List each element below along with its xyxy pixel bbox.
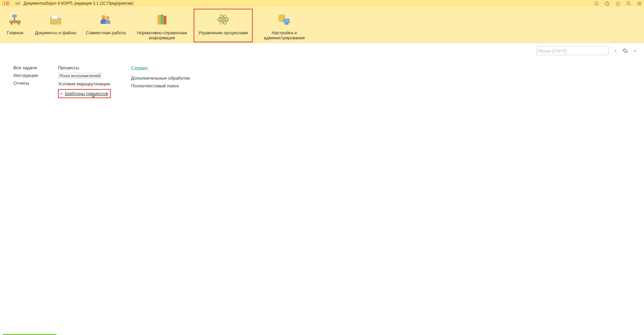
gear-icon[interactable] xyxy=(622,47,629,54)
nav-col-1: Все задачи Инструкции Отчеты xyxy=(13,65,38,98)
svg-point-13 xyxy=(102,15,106,19)
star-icon[interactable] xyxy=(615,1,621,6)
svg-rect-17 xyxy=(164,16,166,25)
search-clear-button[interactable]: × xyxy=(612,47,618,54)
nav-additional-processing[interactable]: Дополнительные обработки xyxy=(131,76,190,81)
svg-rect-24 xyxy=(285,23,288,24)
svg-rect-16 xyxy=(161,15,163,24)
nav-routing-conditions[interactable]: Условия маршрутизации xyxy=(58,81,111,86)
db-monitor-icon xyxy=(276,11,292,28)
section-label: Настройка и администрирование xyxy=(257,30,311,40)
close-nav-button[interactable]: × xyxy=(632,47,639,54)
nav-search-input[interactable] xyxy=(538,48,607,53)
svg-rect-7 xyxy=(10,21,20,23)
svg-point-14 xyxy=(106,16,109,19)
svg-rect-23 xyxy=(284,19,290,23)
nav-all-tasks[interactable]: Все задачи xyxy=(13,65,38,70)
nav-fulltext-search[interactable]: Полнотекстовый поиск xyxy=(131,83,190,88)
process-atom-icon xyxy=(215,11,231,28)
nav-panel: Все задачи Инструкции Отчеты Процессы Ро… xyxy=(0,58,644,105)
section-label: Нормативно-справочная информация xyxy=(135,30,189,40)
nav-process-templates-link[interactable]: Шаблоны процессов xyxy=(65,91,108,96)
section-label: Совместная работа xyxy=(86,30,126,35)
nav-instructions[interactable]: Инструкции xyxy=(13,73,38,78)
nav-performer-roles[interactable]: Роли исполнителей xyxy=(58,73,102,79)
section-bar: Главное Документы и файлы Совместная раб… xyxy=(0,7,644,43)
section-docs[interactable]: Документы и файлы xyxy=(30,9,81,42)
titlebar: 1© Документооборот 8 КОРП, редакция 2.1 … xyxy=(0,0,644,7)
nav-process-templates[interactable]: ★ Шаблоны процессов xyxy=(58,89,111,98)
favorite-star-icon: ★ xyxy=(59,91,63,96)
nav-processes[interactable]: Процессы xyxy=(58,65,111,70)
section-nsi[interactable]: Нормативно-справочная информация xyxy=(131,9,194,42)
nav-search-box[interactable] xyxy=(537,46,608,55)
svg-point-21 xyxy=(222,18,224,21)
svg-rect-8 xyxy=(11,23,12,25)
section-process-mgmt[interactable]: Управление процессами xyxy=(194,9,253,42)
main-menu-icon[interactable] xyxy=(15,1,20,6)
svg-rect-25 xyxy=(285,24,289,25)
svg-point-11 xyxy=(12,15,17,17)
section-label: Главное xyxy=(7,30,23,35)
section-collab[interactable]: Совместная работа xyxy=(81,9,131,42)
bell-icon[interactable] xyxy=(594,1,599,6)
svg-rect-9 xyxy=(18,23,19,25)
history-icon[interactable] xyxy=(604,1,610,6)
search-icon[interactable] xyxy=(626,1,631,6)
nav-col-2: Процессы Роли исполнителей Условия маршр… xyxy=(58,65,111,98)
svg-rect-12 xyxy=(52,15,58,19)
nav-reports[interactable]: Отчеты xyxy=(13,81,38,86)
desk-icon xyxy=(7,11,23,28)
nav-heading-service: Сервис xyxy=(131,65,190,71)
svg-marker-1 xyxy=(616,1,620,6)
people-icon xyxy=(98,11,114,28)
section-home[interactable]: Главное xyxy=(0,9,30,42)
section-label: Документы и файлы xyxy=(35,30,77,35)
svg-line-3 xyxy=(629,4,631,5)
folder-docs-icon xyxy=(48,11,64,28)
section-admin[interactable]: Настройка и администрирование xyxy=(253,9,316,42)
panel-menu-icon[interactable] xyxy=(637,1,642,6)
command-strip: × × xyxy=(0,43,644,58)
section-label: Управление процессами xyxy=(198,30,248,35)
svg-point-2 xyxy=(627,1,630,4)
app-logo-1c: 1© xyxy=(2,1,9,6)
window-title: Документооборот 8 КОРП, редакция 2.1 (1С… xyxy=(23,1,594,6)
books-icon xyxy=(154,11,170,28)
svg-rect-15 xyxy=(158,15,160,24)
nav-col-3: Сервис Дополнительные обработки Полнотек… xyxy=(131,65,190,98)
